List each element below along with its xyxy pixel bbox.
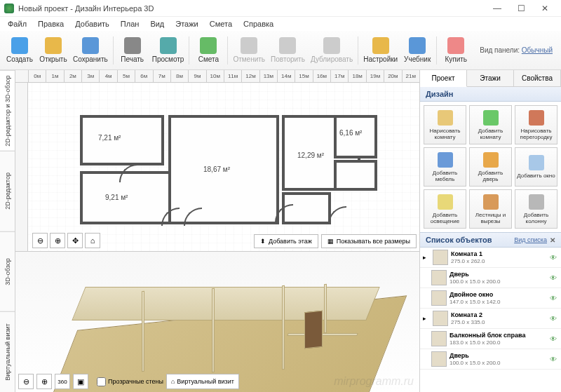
maximize-button[interactable]: ☐	[509, 1, 533, 16]
tb-Повторить: Повторить	[268, 36, 308, 65]
design-Добавить колонну[interactable]: Добавить колонну	[515, 189, 557, 229]
menu-План[interactable]: План	[116, 18, 144, 29]
eye-icon[interactable]: 👁	[550, 254, 558, 262]
menu-Файл[interactable]: Файл	[3, 18, 32, 29]
objects-header: Список объектов Вид списка ✕	[420, 232, 561, 248]
design-Лестницы и вырезы[interactable]: Лестницы и вырезы	[469, 189, 512, 229]
design-Добавить комнату[interactable]: Добавить комнату	[469, 105, 512, 144]
add-floor-button[interactable]: ⬍Добавить этаж	[254, 234, 318, 248]
design-Добавить окно[interactable]: Добавить окно	[515, 147, 557, 187]
center-area: 0м1м2м3м4м5м6м7м8м9м10м11м12м13м14м15м16…	[15, 70, 419, 392]
eye-icon[interactable]: 👁	[550, 274, 558, 282]
vtab-1[interactable]: 2D-редактор	[0, 151, 15, 231]
room[interactable]	[334, 160, 377, 191]
tb-Учебник[interactable]: Учебник	[400, 36, 434, 65]
show-dims-button[interactable]: ▦Показывать все размеры	[321, 234, 417, 248]
tb-Печать[interactable]: Печать	[116, 36, 149, 65]
objects-view-link[interactable]: Вид списка	[514, 236, 547, 243]
close-list-icon[interactable]: ✕	[550, 236, 555, 244]
view-3d[interactable]: ⊖ ⊕ 360 ▣ Прозрачные стены ⌂Виртуальный …	[15, 251, 419, 392]
vtab-0[interactable]: 2D-редактор и 3D-обзор	[0, 70, 15, 151]
ruler-horizontal: 0м1м2м3м4м5м6м7м8м9м10м11м12м13м14м15м16…	[15, 70, 419, 83]
object-thumb	[433, 311, 448, 326]
side-tabs: 2D-редактор и 3D-обзор2D-редактор3D-обзо…	[0, 70, 15, 392]
object-thumb	[431, 290, 447, 306]
menu-Добавить[interactable]: Добавить	[70, 18, 114, 29]
room-label: 6,16 м²	[339, 129, 362, 137]
object-row[interactable]: Балконный блок справа183.0 x 15.0 x 200.…	[420, 329, 561, 349]
rotate360-icon[interactable]: 360	[55, 374, 70, 389]
menu-Правка[interactable]: Правка	[33, 18, 69, 29]
panel-view: Вид панели: Обычный	[480, 46, 558, 54]
room[interactable]	[334, 115, 377, 158]
object-row[interactable]: Дверь100.0 x 15.0 x 200.0👁	[420, 349, 561, 370]
zoom-in-3d-icon[interactable]: ⊕	[36, 374, 52, 389]
menu-Смета[interactable]: Смета	[205, 18, 237, 29]
vtab-2[interactable]: 3D-обзор	[0, 231, 15, 312]
objects-list: ▸Комната 1275.0 x 262.0👁Дверь100.0 x 15.…	[420, 248, 561, 392]
tb-Дублировать: Дублировать	[308, 36, 356, 65]
design-Нарисовать перегородку[interactable]: Нарисовать перегородку	[515, 105, 557, 144]
minimize-button[interactable]: —	[485, 1, 509, 16]
object-thumb	[433, 250, 448, 265]
tb-Купить[interactable]: Купить	[439, 36, 473, 65]
menu-Справка[interactable]: Справка	[238, 18, 278, 29]
design-Добавить дверь[interactable]: Добавить дверь	[469, 147, 512, 187]
zoom-out-3d-icon[interactable]: ⊖	[18, 374, 34, 389]
object-thumb	[431, 351, 447, 367]
design-Добавить освещение[interactable]: Добавить освещение	[424, 189, 466, 229]
vtab-3[interactable]: Виртуальный визит	[0, 311, 15, 392]
tb-Открыть[interactable]: Открыть	[36, 36, 70, 65]
arrows-icon[interactable]: ✥	[67, 233, 83, 248]
object-thumb	[431, 270, 447, 285]
eye-icon[interactable]: 👁	[550, 356, 558, 363]
titlebar: Новый проект - Дизайн Интерьера 3D — ☐ ✕	[0, 0, 561, 17]
camera-icon[interactable]: ▣	[73, 374, 88, 389]
zoom-in-icon[interactable]: ⊕	[50, 233, 65, 248]
room-label: 12,29 м²	[297, 151, 324, 159]
menubar: ФайлПравкаДобавитьПланВидЭтажиСметаСправ…	[0, 17, 561, 31]
menu-Вид[interactable]: Вид	[145, 18, 169, 29]
plan-2d[interactable]: 7,21 м²9,21 м²18,67 м²12,29 м²6,16 м² ⊖ …	[15, 83, 419, 251]
ruler-vertical	[15, 83, 28, 251]
tb-Настройки[interactable]: Настройки	[360, 36, 400, 65]
object-row[interactable]: Двойное окно147.0 x 15.0 x 142.0👁	[420, 288, 561, 309]
right-panel: ПроектЭтажиСвойства Дизайн Нарисовать ко…	[419, 70, 561, 392]
rtab-Проект[interactable]: Проект	[420, 70, 467, 87]
window-title: Новый проект - Дизайн Интерьера 3D	[18, 4, 485, 13]
design-grid: Нарисовать комнатуДобавить комнатуНарисо…	[420, 102, 561, 232]
eye-icon[interactable]: 👁	[550, 335, 558, 343]
rtab-Этажи[interactable]: Этажи	[467, 70, 514, 86]
transparent-walls-checkbox[interactable]: Прозрачные стены	[97, 377, 163, 386]
menu-Этажи[interactable]: Этажи	[170, 18, 203, 29]
eye-icon[interactable]: 👁	[550, 315, 558, 323]
rtab-Свойства[interactable]: Свойства	[514, 70, 561, 86]
right-tabs: ПроектЭтажиСвойства	[420, 70, 561, 87]
object-thumb	[431, 331, 447, 346]
virtual-visit-button[interactable]: ⌂Виртуальный визит	[166, 374, 239, 389]
home-icon[interactable]: ⌂	[85, 233, 100, 248]
eye-icon[interactable]: 👁	[550, 295, 558, 302]
room[interactable]	[80, 115, 164, 165]
design-header: Дизайн	[420, 87, 561, 102]
tb-Отменить: Отменить	[230, 36, 268, 65]
app-icon	[4, 4, 14, 13]
design-Добавить мебель[interactable]: Добавить мебель	[424, 147, 466, 187]
panel-view-link[interactable]: Обычный	[522, 46, 553, 54]
room-label: 7,21 м²	[98, 134, 121, 142]
zoom-out-icon[interactable]: ⊖	[32, 233, 48, 248]
object-row[interactable]: ▸Комната 2275.0 x 335.0👁	[420, 309, 561, 329]
room-label: 18,67 м²	[203, 165, 230, 173]
design-Нарисовать комнату[interactable]: Нарисовать комнату	[424, 105, 466, 144]
tb-Сохранить[interactable]: Сохранить	[70, 36, 111, 65]
tb-Смета[interactable]: Смета	[191, 36, 225, 65]
room-label: 9,21 м²	[105, 194, 128, 201]
object-row[interactable]: Дверь100.0 x 15.0 x 200.0👁	[420, 268, 561, 288]
toolbar: СоздатьОткрытьСохранить ПечатьПросмотр С…	[0, 31, 561, 70]
plan-zoom-tools: ⊖ ⊕ ✥ ⌂	[31, 231, 102, 250]
tb-Создать[interactable]: Создать	[3, 36, 36, 65]
floorplan[interactable]: 7,21 м²9,21 м²18,67 м²12,29 м²6,16 м²	[56, 95, 379, 225]
tb-Просмотр[interactable]: Просмотр	[149, 36, 187, 65]
close-button[interactable]: ✕	[533, 1, 557, 16]
object-row[interactable]: ▸Комната 1275.0 x 262.0👁	[420, 248, 561, 268]
